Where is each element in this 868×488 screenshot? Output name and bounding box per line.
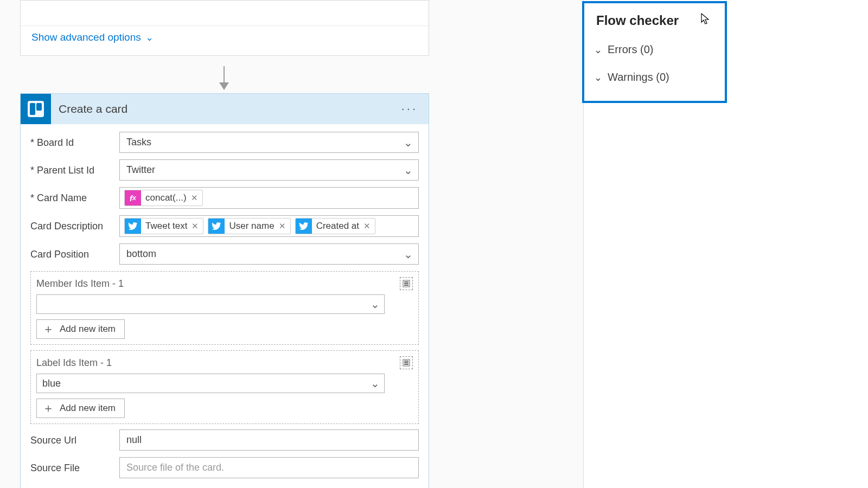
dynamic-token-created-at[interactable]: Created at ✕ [295, 218, 375, 234]
card-position-dropdown[interactable]: bottom ⌄ [119, 243, 419, 265]
flow-checker-title: Flow checker [584, 11, 725, 36]
chevron-down-icon: ⌄ [404, 248, 413, 261]
show-advanced-options-link[interactable]: Show advanced options ⌄ [31, 31, 154, 43]
create-card-action: Create a card ··· Board Id Tasks ⌄ Paren… [20, 93, 429, 488]
errors-section-toggle[interactable]: ⌄ Errors (0) [584, 36, 725, 63]
switch-array-mode-button[interactable] [400, 277, 413, 290]
svg-rect-1 [30, 103, 35, 115]
switch-array-mode-button[interactable] [400, 356, 413, 369]
label-id-dropdown[interactable]: blue ⌄ [36, 374, 385, 393]
show-advanced-options-label: Show advanced options [31, 31, 141, 43]
board-id-label: Board Id [30, 132, 119, 149]
member-id-dropdown[interactable]: ⌄ [36, 294, 385, 314]
expression-token[interactable]: fx concat(...) ✕ [124, 190, 203, 206]
chevron-down-icon: ⌄ [404, 164, 413, 177]
card-name-input[interactable]: fx concat(...) ✕ [119, 187, 419, 209]
token-label: Created at [312, 221, 362, 232]
previous-action-card: Show advanced options ⌄ [20, 0, 429, 56]
token-label: Tweet text [141, 221, 190, 232]
chevron-down-icon: ⌄ [404, 136, 413, 149]
card-name-label: Card Name [30, 187, 119, 204]
parent-list-value: Twitter [126, 164, 155, 176]
warnings-label: Warnings (0) [608, 71, 669, 84]
svg-rect-8 [404, 361, 409, 362]
dynamic-token-tweet-text[interactable]: Tweet text ✕ [124, 218, 203, 234]
source-url-input[interactable]: null [119, 429, 419, 451]
card-description-label: Card Description [30, 215, 119, 232]
source-file-label: Source File [30, 457, 119, 474]
label-id-value: blue [42, 378, 61, 389]
dynamic-token-user-name[interactable]: User name ✕ [208, 218, 290, 234]
action-title: Create a card [51, 102, 398, 115]
fx-icon: fx [125, 190, 141, 206]
source-url-value: null [126, 434, 142, 446]
board-id-dropdown[interactable]: Tasks ⌄ [119, 132, 419, 153]
source-file-input[interactable]: Source file of the card. [119, 457, 419, 478]
chevron-down-icon: ⌄ [594, 44, 602, 56]
remove-token-icon[interactable]: ✕ [190, 221, 203, 231]
action-header[interactable]: Create a card ··· [21, 94, 429, 124]
chevron-down-icon: ⌄ [145, 31, 154, 43]
card-position-label: Card Position [30, 243, 119, 260]
member-ids-group-label: Member Ids Item - 1 [36, 278, 124, 290]
label-ids-group: Label Ids Item - 1 blue ⌄ ＋ Add new item [30, 350, 419, 424]
add-item-label: Add new item [60, 403, 116, 414]
svg-rect-4 [404, 281, 409, 282]
svg-rect-5 [404, 283, 409, 284]
member-ids-group: Member Ids Item - 1 ⌄ ＋ Add new item [30, 271, 419, 345]
add-label-item-button[interactable]: ＋ Add new item [36, 399, 125, 418]
action-menu-button[interactable]: ··· [398, 99, 421, 119]
plus-icon: ＋ [42, 400, 54, 416]
add-member-item-button[interactable]: ＋ Add new item [36, 319, 125, 339]
connector-arrow-icon [224, 66, 225, 89]
remove-token-icon[interactable]: ✕ [190, 193, 202, 203]
chevron-down-icon: ⌄ [594, 72, 602, 84]
svg-rect-10 [404, 364, 409, 365]
chevron-down-icon: ⌄ [371, 298, 380, 311]
source-file-placeholder: Source file of the card. [126, 462, 224, 473]
card-position-value: bottom [126, 248, 156, 260]
errors-label: Errors (0) [608, 43, 653, 56]
flow-canvas: Show advanced options ⌄ Create a card ··… [0, 0, 583, 488]
flow-checker-panel: Flow checker ⌄ Errors (0) ⌄ Warnings (0) [582, 1, 727, 103]
expression-token-label: concat(...) [141, 192, 190, 203]
remove-token-icon[interactable]: ✕ [362, 221, 375, 231]
warnings-section-toggle[interactable]: ⌄ Warnings (0) [584, 63, 725, 91]
add-item-label: Add new item [60, 324, 116, 335]
parent-list-label: Parent List Id [30, 159, 119, 176]
token-label: User name [225, 221, 277, 232]
chevron-down-icon: ⌄ [371, 377, 380, 390]
trello-icon [21, 94, 51, 124]
card-description-input[interactable]: Tweet text ✕ User name ✕ C [119, 215, 419, 237]
svg-rect-2 [36, 103, 42, 111]
remove-token-icon[interactable]: ✕ [278, 221, 290, 231]
board-id-value: Tasks [126, 137, 151, 148]
svg-rect-6 [404, 285, 409, 286]
twitter-icon [296, 218, 312, 234]
twitter-icon [208, 218, 225, 234]
action-body: Board Id Tasks ⌄ Parent List Id Twitter … [21, 124, 429, 488]
parent-list-dropdown[interactable]: Twitter ⌄ [119, 159, 419, 181]
source-url-label: Source Url [30, 429, 119, 446]
plus-icon: ＋ [42, 321, 54, 337]
svg-rect-9 [404, 362, 409, 363]
label-ids-group-label: Label Ids Item - 1 [36, 357, 112, 369]
twitter-icon [125, 218, 141, 234]
